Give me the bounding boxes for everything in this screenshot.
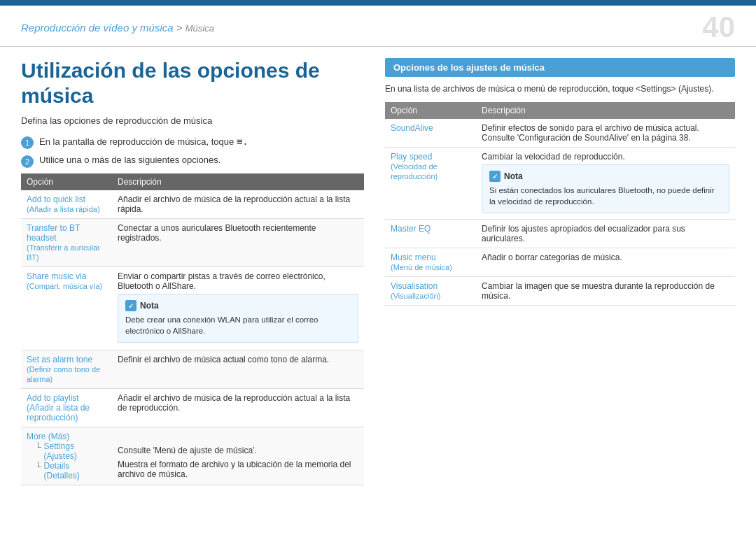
page-title: Utilización de las opciones de música: [21, 58, 364, 108]
desc-cell: Añadir el archivo de música de la reprod…: [112, 389, 364, 427]
right-column: Opciones de los ajustes de música En una…: [385, 47, 735, 533]
step-2-number: 2: [21, 155, 34, 168]
note-box: ✓ Nota Debe crear una conexión WLAN para…: [118, 294, 358, 343]
option-cell: Play speed (Velocidad de reproducción): [385, 148, 476, 220]
note-label-right: Nota: [504, 171, 523, 181]
table-row: Master EQ Definir los ajustes apropiados…: [385, 220, 735, 248]
option-cell: Add to quick list (Añadir a lista rápida…: [21, 190, 112, 219]
note-header-right: ✓ Nota: [489, 171, 722, 182]
table-row: SoundAlive Definir efectos de sonido par…: [385, 119, 735, 148]
desc-cell: Cambiar la velocidad de reproducción. ✓ …: [476, 148, 735, 220]
main-content: Utilización de las opciones de música De…: [0, 47, 756, 533]
step-2: 2 Utilice una o más de las siguientes op…: [21, 155, 364, 168]
step-1-text: En la pantalla de reproducción de música…: [39, 136, 248, 147]
table-row: Transfer to BT headset (Transferir a aur…: [21, 219, 364, 267]
note-icon-right: ✓: [489, 171, 500, 182]
note-icon: ✓: [125, 300, 136, 311]
table-row: Share music via (Compart. música vía) En…: [21, 267, 364, 350]
desc-cell: Añadir el archivo de música de la reprod…: [112, 190, 364, 219]
breadcrumb-sub: Música: [186, 23, 214, 34]
option-cell: Master EQ: [385, 220, 476, 248]
table-row: Set as alarm tone (Definir como tono de …: [21, 350, 364, 389]
note-text: Debe crear una conexión WLAN para utiliz…: [125, 314, 351, 336]
right-options-table: Opción Descripción SoundAlive Definir ef…: [385, 102, 735, 306]
left-options-table: Opción Descripción Add to quick list (Añ…: [21, 173, 364, 485]
page-number: 40: [702, 13, 735, 42]
desc-cell: Definir efectos de sonido para el archiv…: [476, 119, 735, 148]
left-column: Utilización de las opciones de música De…: [21, 47, 364, 533]
option-cell: Add to playlist (Añadir a lista de repro…: [21, 389, 112, 427]
note-text-right: Si están conectados los auriculares Blue…: [489, 185, 722, 207]
table-header-row: Opción Descripción: [21, 173, 364, 190]
breadcrumb-main: Reproducción de vídeo y música: [21, 22, 174, 34]
breadcrumb: Reproducción de vídeo y música > Música: [21, 22, 214, 34]
option-cell: SoundAlive: [385, 119, 476, 148]
note-box-right: ✓ Nota Si están conectados los auricular…: [482, 164, 729, 213]
desc-cell: Conectar a unos auriculares Bluetooth re…: [112, 219, 364, 267]
desc-cell: Definir los ajustes apropiados del ecual…: [476, 220, 735, 248]
section-header: Opciones de los ajustes de música: [385, 58, 735, 77]
note-header: ✓ Nota: [125, 300, 351, 311]
desc-cell: Añadir o borrar categorías de música.: [476, 248, 735, 277]
option-cell: More (Más) └ Settings (Ajustes) └ Detail…: [21, 427, 112, 485]
col-descripcion: Descripción: [112, 173, 364, 190]
option-cell: Set as alarm tone (Definir como tono de …: [21, 350, 112, 389]
option-cell: Music menu (Menú de música): [385, 248, 476, 277]
table-row: Add to quick list (Añadir a lista rápida…: [21, 190, 364, 219]
table-row: Play speed (Velocidad de reproducción) C…: [385, 148, 735, 220]
option-cell: Visualisation (Visualización): [385, 277, 476, 306]
intro-text: Defina las opciones de reproducción de m…: [21, 115, 364, 126]
step-1-number: 1: [21, 136, 34, 149]
option-cell: Transfer to BT headset (Transferir a aur…: [21, 219, 112, 267]
option-cell: Share music via (Compart. música vía): [21, 267, 112, 350]
section-intro: En una lista de archivos de música o men…: [385, 83, 735, 95]
table-header-row: Opción Descripción: [385, 102, 735, 119]
col-desc-right: Descripción: [476, 102, 735, 119]
table-row: Add to playlist (Añadir a lista de repro…: [21, 389, 364, 427]
col-opcion: Opción: [21, 173, 112, 190]
col-opcion-right: Opción: [385, 102, 476, 119]
table-row: More (Más) └ Settings (Ajustes) └ Detail…: [21, 427, 364, 485]
step-2-text: Utilice una o más de las siguientes opci…: [39, 155, 220, 165]
sub-options: └ Settings (Ajustes) └ Details (Detalles…: [27, 441, 106, 481]
top-bar: [0, 0, 756, 6]
step-1: 1 En la pantalla de reproducción de músi…: [21, 136, 364, 149]
menu-icon: ≡.: [237, 136, 248, 147]
desc-cell: Definir el archivo de música actual como…: [112, 350, 364, 389]
desc-cell: Enviar o compartir pistas a través de co…: [112, 267, 364, 350]
table-row: Visualisation (Visualización) Cambiar la…: [385, 277, 735, 306]
breadcrumb-separator: >: [176, 22, 186, 34]
header: Reproducción de vídeo y música > Música …: [0, 6, 756, 47]
note-label: Nota: [140, 301, 159, 311]
desc-cell: Consulte 'Menú de ajuste de música'. Mue…: [112, 427, 364, 485]
table-row: Music menu (Menú de música) Añadir o bor…: [385, 248, 735, 277]
desc-cell: Cambiar la imagen que se muestra durante…: [476, 277, 735, 306]
